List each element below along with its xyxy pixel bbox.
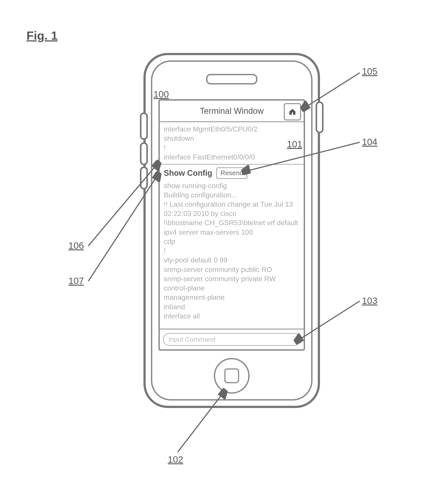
- power-button[interactable]: [316, 101, 324, 133]
- window-title: Terminal Window: [200, 106, 263, 116]
- terminal-line: snmp-server community public RO: [164, 265, 300, 274]
- terminal-line: cdp: [164, 237, 300, 246]
- callout-104: 104: [362, 137, 377, 147]
- section-title: Show Config: [164, 168, 212, 178]
- terminal-line: control-plane: [164, 283, 300, 293]
- terminal-line: management-plane: [164, 293, 300, 302]
- terminal-line: vty-pool default 0 99: [164, 256, 300, 265]
- input-bar: Input Command: [160, 329, 304, 349]
- terminal-output: interface MgmtEth0/5/CPU0/2shutdown!inte…: [160, 122, 304, 329]
- callout-107: 107: [69, 276, 84, 286]
- command-input[interactable]: Input Command: [163, 333, 301, 346]
- home-button[interactable]: [214, 358, 250, 394]
- terminal-line: interface FastEthernet0/0/0/0: [164, 152, 300, 162]
- callout-102: 102: [168, 454, 183, 465]
- terminal-line: !: [164, 143, 300, 152]
- earpiece: [206, 74, 257, 84]
- callout-100: 100: [153, 89, 169, 100]
- side-button-2[interactable]: [140, 142, 148, 165]
- terminal-line: 02:22:03 2010 by cisco: [164, 209, 300, 218]
- section-header: Show Config Resend: [164, 167, 300, 179]
- side-button-3[interactable]: [140, 166, 148, 189]
- terminal-line: interface MgmtEth0/5/CPU0/2: [164, 124, 300, 134]
- command-input-placeholder: Input Command: [168, 336, 215, 343]
- title-bar: Terminal Window: [160, 101, 304, 122]
- terminal-line: show running-config: [164, 181, 300, 190]
- callout-103: 103: [362, 295, 377, 306]
- terminal-line: !\bhostname CH_GSR53\btelnet vrf default: [164, 218, 300, 227]
- terminal-line: snmp-server community private RW: [164, 274, 300, 283]
- side-button-1[interactable]: [140, 113, 148, 140]
- home-icon-button[interactable]: [284, 103, 301, 120]
- callout-106: 106: [69, 240, 84, 251]
- callout-101: 101: [287, 139, 302, 150]
- terminal-line: inband: [164, 302, 300, 311]
- terminal-line: shutdown: [164, 134, 300, 143]
- resend-button[interactable]: Resend: [216, 167, 247, 179]
- terminal-line: !! Last configuration change at Tue Jul …: [164, 200, 300, 209]
- terminal-line: Building configuration...: [164, 190, 300, 200]
- phone-body: Terminal Window interface MgmtEth0/5/CPU…: [143, 53, 320, 408]
- terminal-line: interface all: [164, 311, 300, 321]
- terminal-line: ipv4 server max-servers 100: [164, 228, 300, 237]
- terminal-line: !: [164, 246, 300, 256]
- callout-105: 105: [362, 66, 377, 77]
- response-divider: [160, 164, 304, 166]
- home-button-icon: [224, 368, 239, 383]
- figure-label: Fig. 1: [26, 29, 58, 42]
- screen: Terminal Window interface MgmtEth0/5/CPU…: [158, 99, 305, 351]
- home-icon: [288, 108, 296, 116]
